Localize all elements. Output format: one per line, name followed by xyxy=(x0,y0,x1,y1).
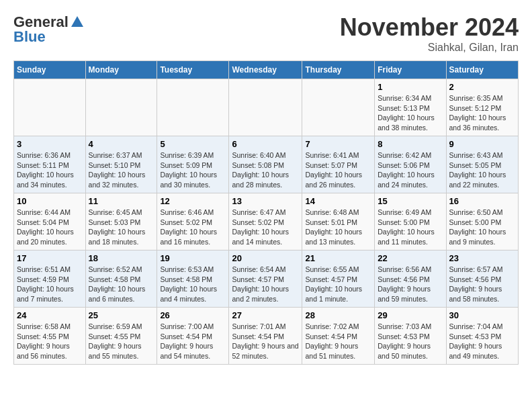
day-info: Sunrise: 6:43 AM Sunset: 5:05 PM Dayligh… xyxy=(449,150,515,190)
day-info: Sunrise: 6:44 AM Sunset: 5:04 PM Dayligh… xyxy=(17,208,83,247)
calendar-cell: 30Sunrise: 7:04 AM Sunset: 4:53 PM Dayli… xyxy=(446,308,518,365)
day-number: 24 xyxy=(17,310,83,320)
day-header-wednesday: Wednesday xyxy=(229,61,302,79)
day-info: Sunrise: 6:53 AM Sunset: 4:58 PM Dayligh… xyxy=(160,265,226,304)
calendar-cell: 21Sunrise: 6:55 AM Sunset: 4:57 PM Dayli… xyxy=(302,250,375,308)
day-info: Sunrise: 6:40 AM Sunset: 5:08 PM Dayligh… xyxy=(232,150,299,190)
day-header-sunday: Sunday xyxy=(14,61,86,79)
day-info: Sunrise: 6:36 AM Sunset: 5:11 PM Dayligh… xyxy=(17,150,83,190)
day-info: Sunrise: 7:01 AM Sunset: 4:54 PM Dayligh… xyxy=(232,322,299,361)
calendar-cell xyxy=(302,79,375,136)
calendar-cell: 5Sunrise: 6:39 AM Sunset: 5:09 PM Daylig… xyxy=(157,136,229,193)
day-number: 3 xyxy=(17,139,83,149)
calendar-cell xyxy=(157,79,229,136)
calendar-cell: 19Sunrise: 6:53 AM Sunset: 4:58 PM Dayli… xyxy=(157,250,229,308)
day-header-thursday: Thursday xyxy=(302,61,375,79)
logo-icon xyxy=(70,15,85,30)
day-number: 1 xyxy=(378,82,443,92)
calendar-cell: 11Sunrise: 6:45 AM Sunset: 5:03 PM Dayli… xyxy=(85,193,157,250)
day-info: Sunrise: 6:45 AM Sunset: 5:03 PM Dayligh… xyxy=(89,208,154,247)
day-number: 7 xyxy=(305,139,371,149)
day-number: 6 xyxy=(232,139,299,149)
day-number: 2 xyxy=(449,82,515,92)
day-info: Sunrise: 6:39 AM Sunset: 5:09 PM Dayligh… xyxy=(160,150,226,190)
calendar-cell: 29Sunrise: 7:03 AM Sunset: 4:53 PM Dayli… xyxy=(375,308,446,365)
day-number: 15 xyxy=(378,196,443,206)
calendar-cell: 28Sunrise: 7:02 AM Sunset: 4:54 PM Dayli… xyxy=(302,308,375,365)
day-info: Sunrise: 7:00 AM Sunset: 4:54 PM Dayligh… xyxy=(160,322,226,361)
day-number: 19 xyxy=(160,253,226,263)
day-info: Sunrise: 6:59 AM Sunset: 4:55 PM Dayligh… xyxy=(89,322,154,361)
calendar-cell: 24Sunrise: 6:58 AM Sunset: 4:55 PM Dayli… xyxy=(14,308,86,365)
day-info: Sunrise: 6:56 AM Sunset: 4:56 PM Dayligh… xyxy=(378,265,443,304)
calendar-cell: 22Sunrise: 6:56 AM Sunset: 4:56 PM Dayli… xyxy=(375,250,446,308)
day-header-tuesday: Tuesday xyxy=(157,61,229,79)
day-info: Sunrise: 6:50 AM Sunset: 5:00 PM Dayligh… xyxy=(449,208,515,247)
calendar-cell: 27Sunrise: 7:01 AM Sunset: 4:54 PM Dayli… xyxy=(229,308,302,365)
week-row-5: 24Sunrise: 6:58 AM Sunset: 4:55 PM Dayli… xyxy=(14,308,519,365)
week-row-4: 17Sunrise: 6:51 AM Sunset: 4:59 PM Dayli… xyxy=(14,250,519,308)
day-info: Sunrise: 6:49 AM Sunset: 5:00 PM Dayligh… xyxy=(378,208,443,247)
day-number: 22 xyxy=(378,253,443,263)
day-number: 21 xyxy=(305,253,371,263)
calendar-cell: 2Sunrise: 6:35 AM Sunset: 5:12 PM Daylig… xyxy=(446,79,518,136)
day-info: Sunrise: 6:41 AM Sunset: 5:07 PM Dayligh… xyxy=(305,150,371,190)
calendar-cell: 25Sunrise: 6:59 AM Sunset: 4:55 PM Dayli… xyxy=(85,308,157,365)
calendar-cell xyxy=(229,79,302,136)
day-number: 5 xyxy=(160,139,226,149)
day-number: 27 xyxy=(232,310,299,320)
day-info: Sunrise: 6:55 AM Sunset: 4:57 PM Dayligh… xyxy=(305,265,371,304)
day-number: 30 xyxy=(449,310,515,320)
day-number: 16 xyxy=(449,196,515,206)
week-row-1: 1Sunrise: 6:34 AM Sunset: 5:13 PM Daylig… xyxy=(14,79,519,136)
day-info: Sunrise: 6:58 AM Sunset: 4:55 PM Dayligh… xyxy=(17,322,83,361)
logo-blue: Blue xyxy=(13,28,46,46)
day-number: 11 xyxy=(89,196,154,206)
day-info: Sunrise: 6:46 AM Sunset: 5:02 PM Dayligh… xyxy=(160,208,226,247)
day-number: 23 xyxy=(449,253,515,263)
calendar-cell xyxy=(14,79,86,136)
day-info: Sunrise: 6:51 AM Sunset: 4:59 PM Dayligh… xyxy=(17,265,83,304)
calendar-cell: 17Sunrise: 6:51 AM Sunset: 4:59 PM Dayli… xyxy=(14,250,86,308)
week-row-3: 10Sunrise: 6:44 AM Sunset: 5:04 PM Dayli… xyxy=(14,193,519,250)
calendar-cell: 20Sunrise: 6:54 AM Sunset: 4:57 PM Dayli… xyxy=(229,250,302,308)
day-info: Sunrise: 6:34 AM Sunset: 5:13 PM Dayligh… xyxy=(378,93,443,133)
day-number: 25 xyxy=(89,310,154,320)
day-info: Sunrise: 6:42 AM Sunset: 5:06 PM Dayligh… xyxy=(378,150,443,190)
calendar-cell: 9Sunrise: 6:43 AM Sunset: 5:05 PM Daylig… xyxy=(446,136,518,193)
calendar-cell: 3Sunrise: 6:36 AM Sunset: 5:11 PM Daylig… xyxy=(14,136,86,193)
logo: General Blue xyxy=(13,13,85,46)
day-number: 18 xyxy=(89,253,154,263)
calendar-cell: 10Sunrise: 6:44 AM Sunset: 5:04 PM Dayli… xyxy=(14,193,86,250)
day-info: Sunrise: 6:47 AM Sunset: 5:02 PM Dayligh… xyxy=(232,208,299,247)
calendar-cell: 8Sunrise: 6:42 AM Sunset: 5:06 PM Daylig… xyxy=(375,136,446,193)
day-number: 17 xyxy=(17,253,83,263)
calendar-cell: 6Sunrise: 6:40 AM Sunset: 5:08 PM Daylig… xyxy=(229,136,302,193)
day-number: 10 xyxy=(17,196,83,206)
location-title: Siahkal, Gilan, Iran xyxy=(340,42,519,54)
calendar-cell: 16Sunrise: 6:50 AM Sunset: 5:00 PM Dayli… xyxy=(446,193,518,250)
day-header-monday: Monday xyxy=(85,61,157,79)
day-number: 13 xyxy=(232,196,299,206)
week-row-2: 3Sunrise: 6:36 AM Sunset: 5:11 PM Daylig… xyxy=(14,136,519,193)
day-info: Sunrise: 7:02 AM Sunset: 4:54 PM Dayligh… xyxy=(305,322,371,361)
day-info: Sunrise: 6:37 AM Sunset: 5:10 PM Dayligh… xyxy=(89,150,154,190)
header: General Blue November 2024 Siahkal, Gila… xyxy=(13,13,519,54)
day-number: 20 xyxy=(232,253,299,263)
day-number: 8 xyxy=(378,139,443,149)
day-number: 29 xyxy=(378,310,443,320)
title-area: November 2024 Siahkal, Gilan, Iran xyxy=(340,13,519,54)
day-info: Sunrise: 6:35 AM Sunset: 5:12 PM Dayligh… xyxy=(449,93,515,133)
day-number: 28 xyxy=(305,310,371,320)
day-info: Sunrise: 6:52 AM Sunset: 4:58 PM Dayligh… xyxy=(89,265,154,304)
calendar-cell: 23Sunrise: 6:57 AM Sunset: 4:56 PM Dayli… xyxy=(446,250,518,308)
day-info: Sunrise: 7:04 AM Sunset: 4:53 PM Dayligh… xyxy=(449,322,515,361)
calendar-cell xyxy=(85,79,157,136)
day-number: 12 xyxy=(160,196,226,206)
day-number: 14 xyxy=(305,196,371,206)
calendar-cell: 18Sunrise: 6:52 AM Sunset: 4:58 PM Dayli… xyxy=(85,250,157,308)
calendar-cell: 26Sunrise: 7:00 AM Sunset: 4:54 PM Dayli… xyxy=(157,308,229,365)
calendar-table: SundayMondayTuesdayWednesdayThursdayFrid… xyxy=(13,60,519,365)
day-header-friday: Friday xyxy=(375,61,446,79)
day-header-saturday: Saturday xyxy=(446,61,518,79)
